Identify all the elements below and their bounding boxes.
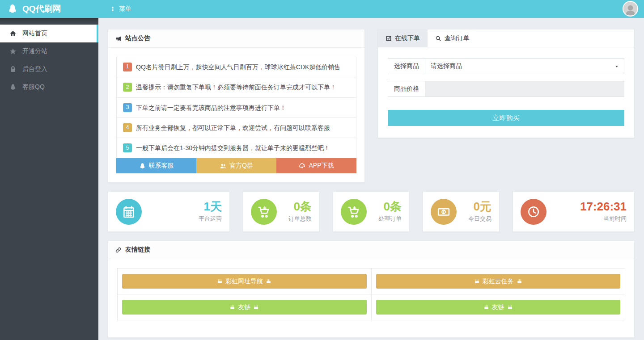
clock-icon	[521, 199, 547, 225]
product-select-value: 请选择商品	[431, 62, 462, 70]
top-bar: QQ代刷网 菜单	[0, 0, 644, 18]
announcement-header: 站点公告	[108, 29, 364, 48]
announcement-buttons: 联系客服 官方Q群 APP下载	[116, 158, 356, 173]
cloud-download-icon	[299, 163, 305, 169]
buy-now-button[interactable]: 立即购买	[388, 110, 624, 126]
sidebar-item-admin-login[interactable]: 后台登入	[0, 60, 98, 78]
friend-links-header: 友情链接	[108, 241, 634, 259]
cake-icon	[517, 278, 522, 284]
link-button-rainbow-cloud-task[interactable]: 彩虹云任务	[376, 274, 621, 289]
friend-links-table: 彩虹网址导航 彩虹云任务	[117, 268, 625, 320]
check-square-icon	[386, 35, 392, 42]
tab-query-order[interactable]: 查询订单	[428, 29, 477, 47]
product-select-group: 选择商品 请选择商品	[388, 58, 624, 74]
star-icon	[9, 48, 17, 55]
qq-penguin-icon	[7, 4, 18, 14]
official-qq-group-button[interactable]: 官方Q群	[196, 158, 276, 173]
link-cell: 彩虹网址导航	[118, 269, 372, 294]
sidebar-item-label: 网站首页	[22, 29, 47, 38]
link-cell: 彩虹云任务	[371, 269, 625, 294]
order-panel: 在线下单 查询订单 选择商品 请选择商品 商品价格	[377, 29, 635, 138]
brand-logo: QQ代刷网	[0, 0, 98, 18]
cake-icon	[507, 304, 513, 310]
cake-icon	[229, 304, 235, 310]
stat-card-current-time: 17:26:31 当前时间	[513, 191, 635, 232]
tab-online-order[interactable]: 在线下单	[378, 29, 428, 47]
tab-query-order-label: 查询订单	[445, 34, 470, 42]
friend-links-panel: 友情链接 彩虹网址导航 彩虹云任务	[108, 240, 635, 338]
stat-value: 0条	[288, 201, 312, 213]
stat-card-processing-orders: 0条 处理订单	[333, 191, 410, 232]
announcement-text: 所有业务全部恢复，都可以正常下单，欢迎尝试，有问题可以联系客服	[136, 123, 330, 132]
stat-label: 平台运营	[199, 215, 222, 223]
stat-card-today-trade: 0元 今日交易	[423, 191, 500, 232]
sidebar-item-label: 后台登入	[22, 65, 47, 73]
sidebar-item-open-branch[interactable]: 开通分站	[0, 42, 98, 60]
link-label: 彩虹云任务	[483, 277, 514, 285]
announcement-item: 2 温馨提示：请勿重复下单哦！必须要等待前面任务订单完成才可以下单！	[117, 77, 356, 97]
official-qq-group-label: 官方Q群	[229, 162, 253, 170]
cake-icon	[266, 278, 271, 284]
stat-label: 今日交易	[468, 215, 491, 223]
stat-label: 处理订单	[378, 215, 402, 223]
stat-value: 0元	[468, 201, 491, 213]
link-cell: 友链	[118, 294, 372, 320]
sidebar-item-service-qq[interactable]: 客服QQ	[0, 78, 98, 96]
link-button-friend-2[interactable]: 友链	[376, 300, 621, 315]
order-tabs: 在线下单 查询订单	[378, 29, 634, 47]
app-download-button[interactable]: APP下载	[276, 158, 356, 173]
main-content: 站点公告 1 QQ名片赞日刷上万，超快空间人气日刷百万，球球冰红茶CDK超低价销…	[98, 18, 644, 340]
stat-value: 1天	[199, 201, 222, 213]
announcement-body: 1 QQ名片赞日刷上万，超快空间人气日刷百万，球球冰红茶CDK超低价销售 2 温…	[108, 48, 364, 182]
menu-icon	[110, 6, 115, 12]
cart-plus-icon	[251, 199, 277, 225]
cake-icon	[253, 304, 259, 310]
home-icon	[9, 30, 17, 37]
cake-icon	[217, 278, 223, 284]
qq-icon	[139, 163, 146, 169]
link-button-rainbow-nav[interactable]: 彩虹网址导航	[122, 274, 367, 289]
stat-label: 订单总数	[288, 215, 312, 223]
announcement-text: 温馨提示：请勿重复下单哦！必须要等待前面任务订单完成才可以下单！	[136, 83, 336, 92]
bullhorn-icon	[115, 35, 122, 42]
announcement-item: 4 所有业务全部恢复，都可以正常下单，欢迎尝试，有问题可以联系客服	[117, 118, 356, 138]
price-label: 商品价格	[388, 81, 425, 97]
link-button-friend-1[interactable]: 友链	[122, 300, 367, 315]
menu-toggle[interactable]: 菜单	[106, 0, 136, 18]
user-avatar[interactable]	[623, 1, 638, 17]
announcement-number-badge: 4	[123, 123, 132, 132]
sidebar-menu: 网站首页 开通分站 后台登入 客服QQ	[0, 18, 98, 96]
brand-title: QQ代刷网	[22, 3, 61, 15]
cake-icon	[474, 278, 480, 284]
announcement-title: 站点公告	[125, 34, 150, 42]
stat-card-total-orders: 0条 订单总数	[243, 191, 320, 232]
sidebar-item-label: 开通分站	[22, 47, 47, 55]
link-cell: 友链	[371, 294, 625, 320]
product-select[interactable]: 请选择商品	[425, 58, 624, 74]
menu-label: 菜单	[119, 5, 131, 13]
announcement-text: QQ名片赞日刷上万，超快空间人气日刷百万，球球冰红茶CDK超低价销售	[136, 63, 340, 71]
sidebar-item-label: 客服QQ	[22, 83, 45, 91]
stats-row: 1天 平台运营 0条 订单总数 0条 处理订单 0元 今日交易	[108, 191, 635, 232]
announcement-number-badge: 1	[123, 63, 132, 71]
stat-value: 0条	[378, 201, 402, 213]
money-icon	[431, 199, 457, 225]
announcement-number-badge: 3	[123, 103, 132, 112]
sidebar-item-home[interactable]: 网站首页	[0, 25, 98, 42]
price-group: 商品价格	[388, 81, 624, 97]
announcement-item: 3 下单之前请一定要看完该商品的注意事项再进行下单！	[117, 98, 356, 118]
stat-label: 当前时间	[580, 215, 627, 223]
announcement-list: 1 QQ名片赞日刷上万，超快空间人气日刷百万，球球冰红茶CDK超低价销售 2 温…	[116, 57, 356, 158]
announcement-text: 下单之前请一定要看完该商品的注意事项再进行下单！	[136, 103, 286, 112]
product-select-label: 选择商品	[388, 58, 425, 74]
sidebar: 网站首页 开通分站 后台登入 客服QQ	[0, 18, 98, 340]
order-form: 选择商品 请选择商品 商品价格 立即购买	[378, 47, 634, 138]
contact-service-button[interactable]: 联系客服	[116, 158, 196, 173]
calendar-icon	[116, 199, 142, 225]
qq-icon	[9, 84, 17, 91]
current-time-value: 17:26:31	[580, 201, 627, 213]
lock-icon	[9, 66, 17, 73]
cake-icon	[483, 304, 489, 310]
cart-plus-icon	[341, 199, 367, 225]
link-label: 友链	[238, 303, 250, 311]
